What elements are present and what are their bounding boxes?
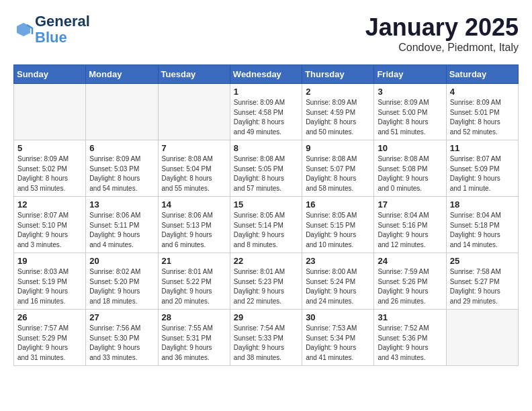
- weekday-wednesday: Wednesday: [230, 65, 302, 84]
- calendar-day-11: 11Sunrise: 8:07 AMSunset: 5:09 PMDayligh…: [446, 140, 518, 197]
- weekday-monday: Monday: [86, 65, 158, 84]
- location: Condove, Piedmont, Italy: [365, 42, 519, 54]
- calendar-week-5: 26Sunrise: 7:57 AMSunset: 5:29 PMDayligh…: [14, 310, 519, 366]
- calendar-day-27: 27Sunrise: 7:56 AMSunset: 5:30 PMDayligh…: [86, 310, 158, 366]
- day-number: 9: [306, 143, 370, 153]
- calendar-day-12: 12Sunrise: 8:07 AMSunset: 5:10 PMDayligh…: [14, 197, 86, 253]
- day-info: Sunrise: 8:09 AMSunset: 4:59 PMDaylight:…: [306, 98, 370, 137]
- day-number: 10: [378, 143, 442, 153]
- calendar-day-9: 9Sunrise: 8:08 AMSunset: 5:07 PMDaylight…: [302, 140, 374, 197]
- calendar-day-5: 5Sunrise: 8:09 AMSunset: 5:02 PMDaylight…: [14, 140, 86, 197]
- calendar-day-29: 29Sunrise: 7:54 AMSunset: 5:33 PMDayligh…: [230, 310, 302, 366]
- logo-line2: Blue: [35, 30, 90, 46]
- calendar-day-18: 18Sunrise: 8:04 AMSunset: 5:18 PMDayligh…: [446, 197, 518, 253]
- day-number: 16: [306, 199, 370, 210]
- calendar-body: 1Sunrise: 8:09 AMSunset: 4:58 PMDaylight…: [14, 84, 519, 366]
- calendar-day-2: 2Sunrise: 8:09 AMSunset: 4:59 PMDaylight…: [302, 84, 374, 140]
- calendar-day-17: 17Sunrise: 8:04 AMSunset: 5:16 PMDayligh…: [374, 197, 446, 253]
- day-info: Sunrise: 8:03 AMSunset: 5:19 PMDaylight:…: [17, 267, 82, 306]
- calendar-day-26: 26Sunrise: 7:57 AMSunset: 5:29 PMDayligh…: [14, 310, 86, 366]
- page-container: General Blue January 2025 Condove, Piedm…: [0, 0, 532, 373]
- calendar-day-empty: [14, 84, 86, 140]
- day-number: 25: [450, 256, 515, 266]
- day-number: 20: [89, 256, 154, 266]
- day-info: Sunrise: 8:08 AMSunset: 5:07 PMDaylight:…: [306, 154, 370, 193]
- day-number: 15: [234, 199, 298, 210]
- day-info: Sunrise: 7:52 AMSunset: 5:36 PMDaylight:…: [378, 324, 442, 363]
- calendar-day-empty: [158, 84, 230, 140]
- calendar-day-15: 15Sunrise: 8:05 AMSunset: 5:14 PMDayligh…: [230, 197, 302, 253]
- day-info: Sunrise: 7:56 AMSunset: 5:30 PMDaylight:…: [89, 324, 154, 363]
- weekday-saturday: Saturday: [446, 65, 518, 84]
- day-info: Sunrise: 7:55 AMSunset: 5:31 PMDaylight:…: [162, 324, 226, 363]
- day-info: Sunrise: 8:09 AMSunset: 4:58 PMDaylight:…: [234, 98, 298, 137]
- weekday-tuesday: Tuesday: [158, 65, 230, 84]
- logo-line1: General: [35, 13, 90, 30]
- day-info: Sunrise: 8:00 AMSunset: 5:24 PMDaylight:…: [306, 267, 370, 306]
- day-info: Sunrise: 8:09 AMSunset: 5:00 PMDaylight:…: [378, 98, 442, 137]
- calendar-day-20: 20Sunrise: 8:02 AMSunset: 5:20 PMDayligh…: [86, 253, 158, 310]
- calendar-day-1: 1Sunrise: 8:09 AMSunset: 4:58 PMDaylight…: [230, 84, 302, 140]
- day-info: Sunrise: 8:04 AMSunset: 5:16 PMDaylight:…: [378, 211, 442, 250]
- calendar-day-19: 19Sunrise: 8:03 AMSunset: 5:19 PMDayligh…: [14, 253, 86, 310]
- day-info: Sunrise: 8:05 AMSunset: 5:14 PMDaylight:…: [234, 211, 298, 250]
- day-info: Sunrise: 8:05 AMSunset: 5:15 PMDaylight:…: [306, 211, 370, 250]
- day-number: 23: [306, 256, 370, 266]
- calendar-day-24: 24Sunrise: 7:59 AMSunset: 5:26 PMDayligh…: [374, 253, 446, 310]
- day-number: 31: [378, 312, 442, 322]
- calendar-day-8: 8Sunrise: 8:08 AMSunset: 5:05 PMDaylight…: [230, 140, 302, 197]
- day-info: Sunrise: 8:02 AMSunset: 5:20 PMDaylight:…: [89, 267, 154, 306]
- calendar-day-30: 30Sunrise: 7:53 AMSunset: 5:34 PMDayligh…: [302, 310, 374, 366]
- calendar-day-empty: [86, 84, 158, 140]
- day-number: 26: [17, 312, 82, 322]
- day-number: 13: [89, 199, 154, 210]
- calendar-day-16: 16Sunrise: 8:05 AMSunset: 5:15 PMDayligh…: [302, 197, 374, 253]
- calendar-week-3: 12Sunrise: 8:07 AMSunset: 5:10 PMDayligh…: [14, 197, 519, 253]
- day-number: 30: [306, 312, 370, 322]
- day-number: 1: [234, 87, 298, 97]
- day-info: Sunrise: 7:57 AMSunset: 5:29 PMDaylight:…: [17, 324, 82, 363]
- day-number: 29: [234, 312, 298, 322]
- calendar-week-1: 1Sunrise: 8:09 AMSunset: 4:58 PMDaylight…: [14, 84, 519, 140]
- day-info: Sunrise: 7:58 AMSunset: 5:27 PMDaylight:…: [450, 267, 515, 306]
- day-info: Sunrise: 8:09 AMSunset: 5:01 PMDaylight:…: [450, 98, 515, 137]
- calendar-day-13: 13Sunrise: 8:06 AMSunset: 5:11 PMDayligh…: [86, 197, 158, 253]
- day-info: Sunrise: 8:08 AMSunset: 5:04 PMDaylight:…: [162, 154, 226, 193]
- day-info: Sunrise: 7:54 AMSunset: 5:33 PMDaylight:…: [234, 324, 298, 363]
- day-info: Sunrise: 8:09 AMSunset: 5:02 PMDaylight:…: [17, 154, 82, 193]
- calendar-day-3: 3Sunrise: 8:09 AMSunset: 5:00 PMDaylight…: [374, 84, 446, 140]
- day-info: Sunrise: 8:01 AMSunset: 5:22 PMDaylight:…: [162, 267, 226, 306]
- calendar-day-23: 23Sunrise: 8:00 AMSunset: 5:24 PMDayligh…: [302, 253, 374, 310]
- calendar-day-10: 10Sunrise: 8:08 AMSunset: 5:08 PMDayligh…: [374, 140, 446, 197]
- day-number: 19: [17, 256, 82, 266]
- weekday-thursday: Thursday: [302, 65, 374, 84]
- day-number: 4: [450, 87, 515, 97]
- calendar-day-7: 7Sunrise: 8:08 AMSunset: 5:04 PMDaylight…: [158, 140, 230, 197]
- calendar-week-2: 5Sunrise: 8:09 AMSunset: 5:02 PMDaylight…: [14, 140, 519, 197]
- day-info: Sunrise: 8:04 AMSunset: 5:18 PMDaylight:…: [450, 211, 515, 250]
- day-info: Sunrise: 8:01 AMSunset: 5:23 PMDaylight:…: [234, 267, 298, 306]
- day-number: 24: [378, 256, 442, 266]
- day-number: 5: [17, 143, 82, 153]
- calendar-header: SundayMondayTuesdayWednesdayThursdayFrid…: [14, 65, 519, 84]
- weekday-sunday: Sunday: [14, 65, 86, 84]
- calendar-day-empty: [446, 310, 518, 366]
- calendar-table: SundayMondayTuesdayWednesdayThursdayFrid…: [13, 64, 519, 366]
- day-number: 11: [450, 143, 515, 153]
- day-number: 27: [89, 312, 154, 322]
- day-info: Sunrise: 8:08 AMSunset: 5:08 PMDaylight:…: [378, 154, 442, 193]
- day-number: 6: [89, 143, 154, 153]
- day-info: Sunrise: 8:09 AMSunset: 5:03 PMDaylight:…: [89, 154, 154, 193]
- calendar-week-4: 19Sunrise: 8:03 AMSunset: 5:19 PMDayligh…: [14, 253, 519, 310]
- page-header: General Blue January 2025 Condove, Piedm…: [13, 13, 519, 54]
- logo: General Blue: [13, 13, 90, 46]
- day-number: 21: [162, 256, 226, 266]
- calendar-day-14: 14Sunrise: 8:06 AMSunset: 5:13 PMDayligh…: [158, 197, 230, 253]
- calendar-day-31: 31Sunrise: 7:52 AMSunset: 5:36 PMDayligh…: [374, 310, 446, 366]
- title-block: January 2025 Condove, Piedmont, Italy: [365, 13, 519, 54]
- day-info: Sunrise: 8:06 AMSunset: 5:13 PMDaylight:…: [162, 211, 226, 250]
- calendar-day-4: 4Sunrise: 8:09 AMSunset: 5:01 PMDaylight…: [446, 84, 518, 140]
- day-number: 3: [378, 87, 442, 97]
- day-number: 14: [162, 199, 226, 210]
- logo-icon: [13, 19, 34, 40]
